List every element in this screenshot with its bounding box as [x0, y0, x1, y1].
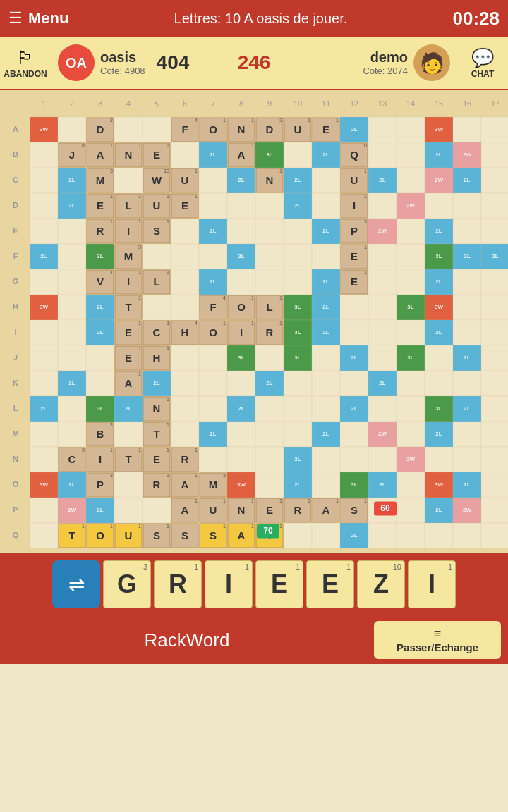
- bottom-bar: RackWord ≡ Passer/Echange: [0, 616, 508, 664]
- board-container: [0, 90, 508, 553]
- game-timer: 00:28: [453, 8, 500, 30]
- rack-tile-4[interactable]: 1E: [306, 560, 354, 608]
- chat-label: CHAT: [471, 69, 494, 79]
- menu-area[interactable]: ☰ Menu: [8, 9, 68, 27]
- chat-icon: 💬: [471, 47, 494, 69]
- rack-area: ⇌ 3G 1R 1I 1E 1E 10Z 1I: [0, 553, 508, 616]
- flag-icon: 🏳: [16, 47, 35, 69]
- menu-icon: ☰: [8, 9, 23, 27]
- player-right-cote: Cote: 2074: [363, 66, 408, 76]
- shuffle-button[interactable]: ⇌: [52, 560, 100, 608]
- player-bar: 🏳 ABANDON OA oasis Cote: 4908 404 246 🧑 …: [0, 37, 508, 90]
- rack-tile-0[interactable]: 3G: [103, 560, 151, 608]
- passer-icon: ≡: [434, 627, 442, 641]
- player-left: OA oasis Cote: 4908 404: [51, 40, 234, 85]
- player-left-avatar: OA: [58, 44, 95, 81]
- player-left-score: 404: [157, 51, 190, 74]
- player-right-avatar: 🧑: [413, 44, 450, 81]
- lettres-info: Lettres: 10 A oasis de jouer.: [174, 11, 348, 27]
- abandon-button[interactable]: 🏳 ABANDON: [0, 47, 51, 79]
- rack-tile-2[interactable]: 1I: [205, 560, 253, 608]
- rack-tile-3[interactable]: 1E: [255, 560, 303, 608]
- passer-label: Passer/Echange: [397, 641, 478, 653]
- passer-button[interactable]: ≡ Passer/Echange: [374, 621, 501, 659]
- rack-tile-6[interactable]: 1I: [408, 560, 456, 608]
- chat-button[interactable]: 💬 CHAT: [457, 47, 508, 79]
- rack-tile-5[interactable]: 10Z: [357, 560, 405, 608]
- player-left-cote: Cote: 4908: [100, 66, 145, 76]
- menu-label: Menu: [28, 9, 68, 27]
- player-left-name: oasis: [100, 49, 145, 66]
- player-right: 🧑 demo Cote: 2074: [274, 40, 457, 85]
- score-separator: 246: [234, 51, 275, 74]
- rackword-label: RackWord: [7, 629, 367, 651]
- abandon-label: ABANDON: [4, 69, 47, 79]
- header-bar: ☰ Menu Lettres: 10 A oasis de jouer. 00:…: [0, 0, 508, 37]
- rack-tile-1[interactable]: 1R: [154, 560, 202, 608]
- player-right-name: demo: [363, 49, 408, 66]
